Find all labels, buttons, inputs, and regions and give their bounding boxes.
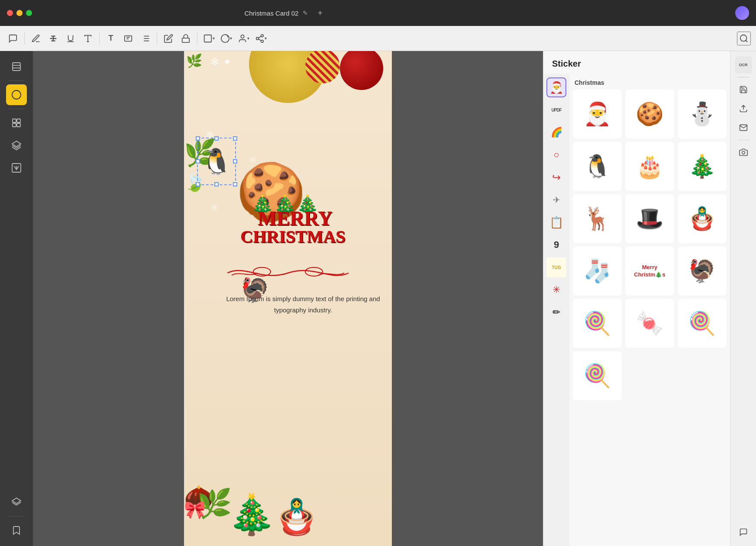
user-button[interactable]: ▾ (236, 31, 251, 46)
sticker-gingerbread[interactable]: 🍪 (625, 90, 674, 138)
category-christmas[interactable]: 🎅 (546, 77, 566, 97)
sticker-candy-gold[interactable]: 🍬 (625, 299, 674, 348)
text-box-button[interactable] (120, 31, 136, 46)
sticker-santa-hat[interactable]: 🎩 (625, 194, 674, 243)
svg-rect-7 (182, 38, 190, 42)
strikethrough-button[interactable] (45, 31, 61, 46)
note-cat-icon: 📋 (549, 216, 563, 229)
snowflake-2: ❄ (210, 202, 218, 214)
sidebar-divider-bottom (9, 516, 24, 517)
add-tab-button[interactable]: + (317, 8, 323, 18)
holly-top: 🌿 (186, 53, 202, 68)
category-paper-plane[interactable]: ✈ (546, 190, 566, 210)
sticker-santa[interactable]: 🎅 (573, 90, 622, 138)
pen-button[interactable] (28, 31, 44, 46)
email-button[interactable] (735, 119, 752, 136)
category-updf[interactable]: UPDF (546, 100, 566, 120)
maximize-button[interactable] (26, 10, 32, 16)
sticker-merry-text[interactable]: MerryChristm🎄s (625, 247, 674, 295)
penguin-sticker-selected[interactable]: 🐧 (197, 138, 236, 185)
svg-line-15 (258, 36, 261, 38)
underline-button[interactable] (63, 31, 78, 46)
ocr-button[interactable]: OCR (735, 56, 752, 74)
category-tag[interactable]: TUG (546, 257, 566, 277)
text-style-button[interactable]: T (103, 31, 119, 46)
handle-bl[interactable] (196, 182, 200, 186)
category-rainbow[interactable]: 🌈 (546, 122, 566, 142)
sticker-penguin[interactable]: 🐧 (573, 142, 622, 191)
color-button[interactable]: ▾ (218, 31, 234, 46)
category-redo[interactable]: ↪ (546, 167, 566, 187)
circle-cat-icon: ○ (553, 149, 559, 161)
category-circle[interactable]: ○ (546, 145, 566, 165)
svg-line-14 (258, 39, 261, 41)
highlight-button[interactable] (161, 31, 176, 46)
sticker-candy-green[interactable]: 🍭 (573, 351, 622, 400)
chat-button[interactable] (735, 524, 752, 541)
left-sidebar (0, 51, 33, 546)
minimize-button[interactable] (16, 10, 23, 16)
sidebar-item-watermark[interactable] (6, 157, 27, 178)
handle-bm[interactable] (214, 182, 219, 186)
svg-point-16 (740, 35, 747, 41)
sticker-categories: 🎅 UPDF 🌈 ○ ↪ ✈ 📋 9 TUG (543, 74, 569, 546)
category-pencil[interactable]: ✏ (546, 302, 566, 322)
save-button[interactable] (735, 81, 752, 98)
sticker-reindeer[interactable]: 🦌 (573, 194, 622, 243)
rt-divider-1 (737, 77, 750, 77)
document-title: Christmas Card 02 ✎ + (244, 8, 323, 18)
lorem-text: Lorem Ipsum is simply dummy text of the … (219, 293, 388, 315)
sticker-grid: Christmas 🎅 🍪 ⛄ 🐧 🎂 🎄 🦌 🎩 🪆 🧦 MerryChris… (569, 74, 730, 546)
sticker-panel-body: 🎅 UPDF 🌈 ○ ↪ ✈ 📋 9 TUG (543, 74, 730, 546)
shape-button[interactable]: ▾ (201, 31, 216, 46)
svg-point-12 (256, 37, 258, 40)
close-button[interactable] (7, 10, 13, 16)
sticker-stocking[interactable]: 🧦 (573, 247, 622, 295)
nutcracker-bottom: 🪆 (275, 497, 318, 537)
sticker-candy-red[interactable]: 🍭 (573, 299, 622, 348)
card-content: ❄ ✦ 🌿 🌿 🍃 ★ ❄ ❄ ❄ 🐧 (184, 51, 392, 546)
title-text: Christmas Card 02 (244, 10, 298, 17)
handle-tl[interactable] (196, 136, 200, 141)
svg-point-32 (742, 151, 745, 154)
striped-ornament (305, 51, 340, 84)
sticker-nutcracker[interactable]: 🪆 (678, 194, 727, 243)
sidebar-item-layers[interactable] (6, 135, 27, 156)
sticker-pudding[interactable]: 🎂 (625, 142, 674, 191)
stamp-button[interactable] (178, 31, 194, 46)
list-button[interactable] (138, 31, 153, 46)
main-toolbar: T ▾ ▾ ▾ ▾ (0, 26, 756, 51)
main-content: ❄ ✦ 🌿 🌿 🍃 ★ ❄ ❄ ❄ 🐧 (0, 51, 756, 546)
sidebar-item-templates[interactable] (6, 112, 27, 133)
sticker-turkey[interactable]: 🦃 (678, 247, 727, 295)
handle-tr[interactable] (233, 136, 237, 141)
sticker-snowman[interactable]: ⛄ (678, 90, 727, 138)
svg-rect-18 (13, 63, 20, 71)
text-button[interactable] (80, 31, 96, 46)
camera-button[interactable] (735, 144, 752, 161)
comment-button[interactable] (5, 31, 21, 46)
sticker-tree[interactable]: 🎄 (678, 142, 727, 191)
sidebar-item-pages[interactable] (6, 56, 27, 77)
red-ornament (340, 51, 383, 90)
sticker-candy-blue[interactable]: 🍭 (678, 299, 727, 348)
christmas-text: CHRISTMAS (240, 226, 345, 247)
category-note[interactable]: 📋 (546, 212, 566, 232)
plane-cat-icon: ✈ (553, 195, 560, 205)
handle-tm[interactable] (214, 136, 219, 141)
user-avatar[interactable] (735, 6, 749, 20)
svg-point-13 (261, 40, 263, 42)
handle-ml[interactable] (196, 159, 200, 164)
edit-title-icon[interactable]: ✎ (303, 10, 308, 16)
svg-rect-21 (13, 119, 16, 122)
export-button[interactable] (735, 100, 752, 117)
sidebar-item-sticker[interactable] (6, 84, 27, 105)
sidebar-divider-2 (9, 109, 24, 109)
sidebar-item-bookmark[interactable] (6, 520, 27, 541)
toolbar-divider-2 (99, 32, 100, 45)
category-burst[interactable]: ✳ (546, 280, 566, 300)
category-nine[interactable]: 9 (546, 235, 566, 255)
sidebar-item-layers-bottom[interactable] (6, 492, 27, 513)
search-button[interactable] (737, 32, 751, 45)
share-button[interactable]: ▾ (253, 31, 268, 46)
